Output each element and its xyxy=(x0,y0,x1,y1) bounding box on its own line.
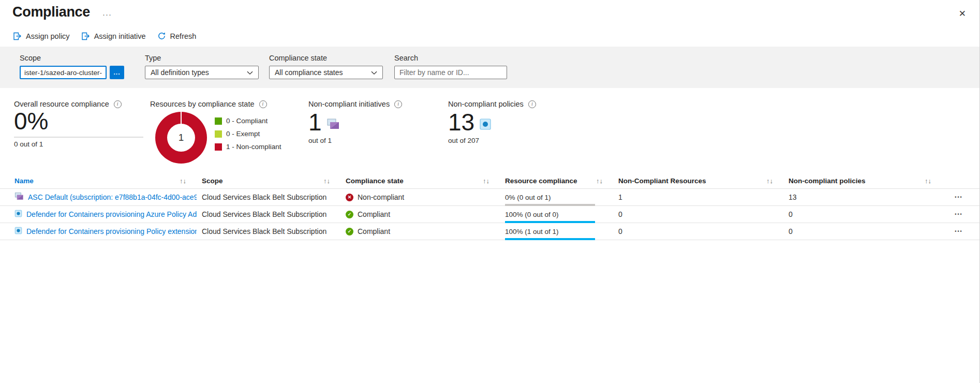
overall-compliance-value: 0% xyxy=(14,108,150,135)
non-compliant-policies-stat: Non-compliant policies i 13 out of 207 xyxy=(448,100,536,164)
state-icon: ✓ xyxy=(346,211,353,218)
table-row: Defender for Containers provisioning Azu… xyxy=(0,206,979,223)
chevron-down-icon xyxy=(247,68,253,77)
row-scope: Cloud Services Black Belt Subscription xyxy=(202,227,346,235)
overall-compliance-title: Overall resource compliance xyxy=(14,100,109,108)
scope-label: Scope xyxy=(20,54,124,62)
compliance-donut-chart[interactable]: 1 xyxy=(155,112,207,164)
column-header-resource-compliance[interactable]: Resource compliance ↑↓ xyxy=(505,177,618,185)
row-compliance-text: 0% (0 out of 1) xyxy=(505,193,613,202)
assign-initiative-label: Assign initiative xyxy=(94,32,146,40)
assign-policy-button[interactable]: Assign policy xyxy=(13,32,70,40)
row-compliance-text: 100% (1 out of 1) xyxy=(505,227,613,237)
assign-policy-label: Assign policy xyxy=(26,32,70,40)
search-input[interactable] xyxy=(394,66,507,79)
policy-icon xyxy=(14,210,22,219)
legend-item: 1 - Non-compliant xyxy=(215,143,281,151)
non-compliant-initiatives-value: 1 xyxy=(308,109,322,136)
compliance-state-dropdown[interactable]: All compliance states xyxy=(269,66,383,79)
column-header-label: Scope xyxy=(202,177,223,185)
sort-icon[interactable]: ↑↓ xyxy=(180,177,186,185)
compliance-panel: Compliance ··· ✕ Assign policy Assign in… xyxy=(0,0,980,383)
row-resource-compliance: 100% (0 out of 0) xyxy=(505,206,618,223)
non-compliant-policies-title: Non-compliant policies xyxy=(448,100,524,108)
table-header-row: Name ↑↓ Scope ↑↓ Compliance state ↑↓ Res… xyxy=(0,173,979,189)
sort-icon[interactable]: ↑↓ xyxy=(925,177,931,185)
toolbar: Assign policy Assign initiative Refresh xyxy=(0,20,979,47)
type-dropdown[interactable]: All definition types xyxy=(145,66,259,79)
row-compliance-text: 100% (0 out of 0) xyxy=(505,210,613,219)
row-name-link[interactable]: Defender for Containers provisioning Azu… xyxy=(26,210,197,218)
column-header-non-compliant-policies[interactable]: Non-compliant policies ↑↓ xyxy=(789,177,947,185)
row-ncp: 0 xyxy=(789,227,947,235)
scope-field: Scope ... xyxy=(20,54,124,79)
info-icon[interactable]: i xyxy=(259,100,267,108)
sort-icon[interactable]: ↑↓ xyxy=(596,177,603,185)
policy-icon xyxy=(479,118,492,136)
column-header-compliance-state[interactable]: Compliance state ↑↓ xyxy=(346,177,505,185)
info-icon[interactable]: i xyxy=(528,100,536,108)
compliance-state-label: Compliance state xyxy=(269,54,383,62)
row-context-menu-icon[interactable]: ••• xyxy=(947,211,971,218)
state-icon: ✓ xyxy=(346,228,353,235)
refresh-button[interactable]: Refresh xyxy=(157,32,197,40)
info-icon[interactable]: i xyxy=(114,100,122,108)
row-name-link[interactable]: ASC Default (subscription: e7f88b1a-04fc… xyxy=(28,193,197,201)
non-compliant-initiatives-subtitle: out of 1 xyxy=(308,137,448,144)
row-name-link[interactable]: Defender for Containers provisioning Pol… xyxy=(26,227,197,235)
legend-item: 0 - Compliant xyxy=(215,117,281,125)
scope-browse-button[interactable]: ... xyxy=(110,66,124,79)
refresh-label: Refresh xyxy=(170,32,197,40)
search-field: Search xyxy=(394,54,507,79)
row-ncr: 0 xyxy=(618,227,789,235)
compliance-state-dropdown-value: All compliance states xyxy=(275,68,343,77)
page-title: Compliance xyxy=(12,4,90,20)
non-compliant-policies-value: 13 xyxy=(448,109,474,136)
row-context-menu-icon[interactable]: ••• xyxy=(947,194,971,201)
legend-swatch-non-compliant xyxy=(215,143,222,151)
row-scope: Cloud Services Black Belt Subscription xyxy=(202,193,346,201)
row-ncr: 1 xyxy=(618,193,789,201)
assign-initiative-button[interactable]: Assign initiative xyxy=(81,32,146,40)
sort-icon[interactable]: ↑↓ xyxy=(766,177,773,185)
legend-label: 0 - Compliant xyxy=(226,117,268,125)
non-compliant-initiatives-title: Non-compliant initiatives xyxy=(308,100,390,108)
table-body: ASC Default (subscription: e7f88b1a-04fc… xyxy=(0,189,979,240)
info-icon[interactable]: i xyxy=(394,100,402,108)
state-icon: ✕ xyxy=(346,194,353,201)
title-more-menu-icon[interactable]: ··· xyxy=(102,10,112,18)
chevron-down-icon xyxy=(371,68,377,77)
donut-legend: 0 - Compliant 0 - Exempt 1 - Non-complia… xyxy=(215,117,281,164)
initiative-icon xyxy=(326,118,340,136)
compliance-state-field: Compliance state All compliance states xyxy=(269,54,383,79)
column-header-non-compliant-resources[interactable]: Non-Compliant Resources ↑↓ xyxy=(618,177,789,185)
sort-icon[interactable]: ↑↓ xyxy=(483,177,489,185)
legend-label: 0 - Exempt xyxy=(226,130,260,138)
column-header-label: Name xyxy=(14,177,34,185)
table-row: Defender for Containers provisioning Pol… xyxy=(0,223,979,240)
column-header-name[interactable]: Name ↑↓ xyxy=(14,177,202,185)
close-icon[interactable]: ✕ xyxy=(954,7,971,20)
row-ncp: 13 xyxy=(789,193,947,201)
row-context-menu-icon[interactable]: ••• xyxy=(947,228,971,235)
table-row: ASC Default (subscription: e7f88b1a-04fc… xyxy=(0,189,979,206)
scope-input[interactable] xyxy=(20,66,107,79)
row-state-label: Non-compliant xyxy=(358,193,404,201)
legend-swatch-exempt xyxy=(215,130,222,138)
column-header-label: Non-Compliant Resources xyxy=(618,177,706,185)
column-header-scope[interactable]: Scope ↑↓ xyxy=(202,177,346,185)
refresh-icon xyxy=(157,32,166,40)
filter-bar: Scope ... Type All definition types Comp… xyxy=(0,47,979,88)
assign-policy-icon xyxy=(13,32,22,40)
initiative-icon xyxy=(14,192,24,202)
resources-by-state-stat: Resources by compliance state i 1 0 - Co… xyxy=(150,100,308,164)
overall-compliance-bar xyxy=(14,137,143,138)
compliance-table: Name ↑↓ Scope ↑↓ Compliance state ↑↓ Res… xyxy=(0,173,979,240)
type-dropdown-value: All definition types xyxy=(151,68,209,77)
legend-label: 1 - Non-compliant xyxy=(226,143,281,151)
legend-item: 0 - Exempt xyxy=(215,130,281,138)
row-resource-compliance: 100% (1 out of 1) xyxy=(505,223,618,240)
stats-section: Overall resource compliance i 0% 0 out o… xyxy=(0,88,979,164)
search-label: Search xyxy=(394,54,507,62)
sort-icon[interactable]: ↑↓ xyxy=(323,177,330,185)
